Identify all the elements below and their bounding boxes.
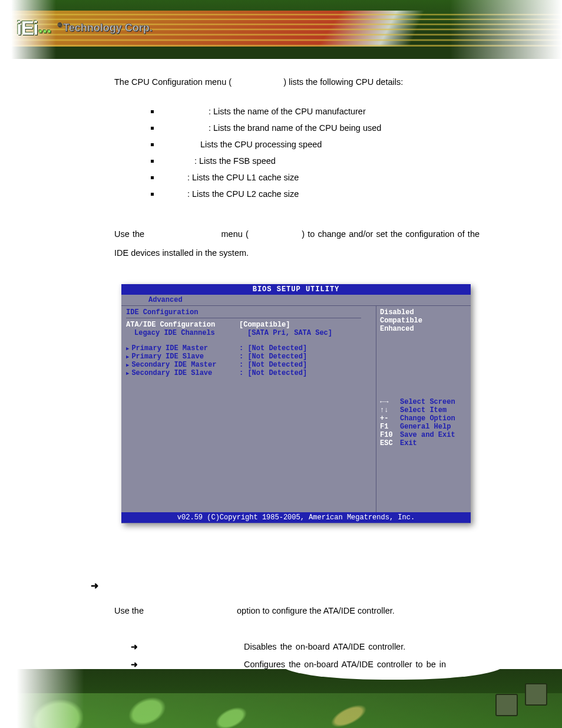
post-bios-intro: Use the option to configure the ATA/IDE …: [114, 602, 480, 619]
arrow-right-icon: ➜: [114, 638, 145, 655]
bios-title-bar: BIOS SETUP UTILITY: [121, 284, 471, 295]
bios-help-opt: Disabled: [380, 308, 467, 317]
list-text: : Lists the CPU L1 cache size: [187, 173, 299, 182]
bios-key: ↑↓: [380, 406, 400, 414]
brand-tagline: ®Technology Corp.: [58, 22, 153, 34]
option-text: Disables the on-board ATA/IDE controller…: [244, 638, 480, 655]
ide-p-b: menu (: [222, 229, 249, 239]
bios-key: +-: [380, 414, 400, 423]
triangle-right-icon: [126, 369, 131, 377]
bios-row: Primary IDE Slave : [Not Detected]: [126, 353, 371, 361]
bios-key-desc: Exit: [400, 439, 467, 447]
bios-row-value: : [Not Detected]: [239, 353, 371, 361]
bios-row: Legacy IDE Channels [SATA Pri, SATA Sec]: [126, 329, 371, 337]
bios-row-label: Primary IDE Slave: [126, 353, 239, 361]
list-text: : Lists the FSB speed: [194, 156, 276, 166]
ide-p-c: ) to change and/or set the configuration…: [114, 229, 480, 258]
bios-row-label: ATA/IDE Configuration: [126, 321, 239, 329]
bios-row-selected: ATA/IDE Configuration [Compatible]: [126, 321, 371, 329]
triangle-right-icon: [126, 353, 131, 361]
bios-row-value: : [Not Detected]: [239, 369, 371, 377]
bios-tab-row: Advanced: [121, 295, 471, 306]
bios-key-row: ESCExit: [380, 439, 467, 447]
bios-row: Primary IDE Master : [Not Detected]: [126, 344, 371, 353]
bios-help-opt: Enhanced: [380, 325, 467, 333]
bios-row-value: : [Not Detected]: [239, 361, 371, 369]
cpu-details-list: : Lists the name of the CPU manufacturer…: [151, 103, 480, 202]
ide-config-section: Use the menu ( ) to change and/or set th…: [114, 225, 480, 262]
list-text: : Lists the CPU L2 cache size: [187, 189, 299, 199]
brand-dots-icon: ▪▪▪: [39, 25, 52, 37]
bios-key-desc: Change Option: [400, 414, 467, 423]
arrow-right-icon: ➜: [91, 581, 98, 591]
list-item: : Lists the CPU L2 cache size: [151, 186, 480, 202]
triangle-right-icon: [126, 361, 131, 369]
bios-row-label: Secondary IDE Master: [126, 361, 239, 369]
cpu-intro-paragraph: The CPU Configuration menu ( ) lists the…: [114, 74, 480, 90]
bios-key: ESC: [380, 439, 400, 447]
bios-option-help: Disabled Compatible Enhanced: [380, 308, 467, 333]
bios-main-area: IDE Configuration ATA/IDE Configuration …: [121, 306, 471, 512]
bios-help-opt: Compatible: [380, 317, 467, 325]
bios-right-panel: Disabled Compatible Enhanced ←→Select Sc…: [376, 306, 471, 512]
brand-logo: iEi▪▪▪ ®Technology Corp.: [16, 17, 170, 46]
bios-device-label: Secondary IDE Slave: [131, 369, 212, 377]
bios-section-heading: IDE Configuration: [126, 308, 371, 317]
brand-tagline-text: Technology Corp.: [63, 22, 153, 34]
list-item: Lists the CPU processing speed: [151, 136, 480, 153]
bios-tab-advanced: Advanced: [148, 295, 183, 305]
bios-key-row: ↑↓Select Item: [380, 406, 467, 414]
option-arrow-marker: ➜: [91, 580, 98, 591]
footer-chip-art: [435, 681, 553, 722]
option-arrow-list: ➜ Disables the on-board ATA/IDE controll…: [114, 638, 480, 673]
bios-row-value: : [Not Detected]: [239, 344, 371, 353]
bios-key-row: +-Change Option: [380, 414, 467, 423]
post-a: Use the: [114, 606, 146, 615]
bios-row: Secondary IDE Master : [Not Detected]: [126, 361, 371, 369]
bios-row-label: Legacy IDE Channels: [126, 329, 247, 337]
bios-divider: [126, 318, 361, 318]
bios-row-value: [SATA Pri, SATA Sec]: [247, 329, 371, 337]
bios-device-label: Primary IDE Slave: [131, 353, 203, 361]
bios-device-label: Primary IDE Master: [131, 344, 208, 353]
brand-text: iEi: [16, 17, 38, 39]
bios-key-desc: Select Item: [400, 406, 467, 414]
bios-key-row: ←→Select Screen: [380, 398, 467, 406]
bios-key: F1: [380, 423, 400, 431]
cpu-intro-b: ) lists the following CPU details:: [283, 77, 403, 87]
bios-key-desc: General Help: [400, 423, 467, 431]
bios-key-desc: Save and Exit: [400, 431, 467, 439]
list-item: : Lists the name of the CPU manufacturer: [151, 103, 480, 120]
bios-row-label: Secondary IDE Slave: [126, 369, 239, 377]
brand-mark: iEi▪▪▪: [16, 17, 52, 39]
chip-icon: [525, 683, 547, 706]
bios-row: Secondary IDE Slave : [Not Detected]: [126, 369, 371, 377]
bios-setup-screenshot: BIOS SETUP UTILITY Advanced IDE Configur…: [121, 284, 471, 523]
bios-left-panel: IDE Configuration ATA/IDE Configuration …: [121, 306, 376, 512]
list-item: : Lists the brand name of the CPU being …: [151, 120, 480, 136]
list-item: : Lists the FSB speed: [151, 153, 480, 169]
option-row: ➜ Disables the on-board ATA/IDE controll…: [114, 638, 480, 655]
chip-icon: [495, 694, 518, 716]
post-b: option to configure the ATA/IDE controll…: [237, 606, 395, 615]
list-text: Lists the CPU processing speed: [200, 140, 322, 149]
bios-row-label: Primary IDE Master: [126, 344, 239, 353]
ide-p-a: Use the: [114, 229, 147, 239]
bios-key-legend: ←→Select Screen ↑↓Select Item +-Change O…: [380, 398, 467, 447]
bios-footer: v02.59 (C)Copyright 1985-2005, American …: [121, 512, 471, 523]
bios-key-row: F1General Help: [380, 423, 467, 431]
list-item: : Lists the CPU L1 cache size: [151, 169, 480, 186]
triangle-right-icon: [126, 344, 131, 353]
ide-config-paragraph: Use the menu ( ) to change and/or set th…: [114, 225, 480, 262]
list-text: : Lists the brand name of the CPU being …: [209, 123, 381, 133]
bios-key: F10: [380, 431, 400, 439]
registered-icon: ®: [58, 22, 62, 28]
document-body: The CPU Configuration menu ( ) lists the…: [114, 74, 480, 275]
page-footer-band: [0, 669, 562, 728]
bios-key: ←→: [380, 398, 400, 406]
bios-key-row: F10Save and Exit: [380, 431, 467, 439]
cpu-intro-a: The CPU Configuration menu (: [114, 77, 232, 87]
post-bios-block: Use the option to configure the ATA/IDE …: [114, 602, 480, 673]
bios-row-value: [Compatible]: [239, 321, 371, 329]
bios-key-desc: Select Screen: [400, 398, 467, 406]
